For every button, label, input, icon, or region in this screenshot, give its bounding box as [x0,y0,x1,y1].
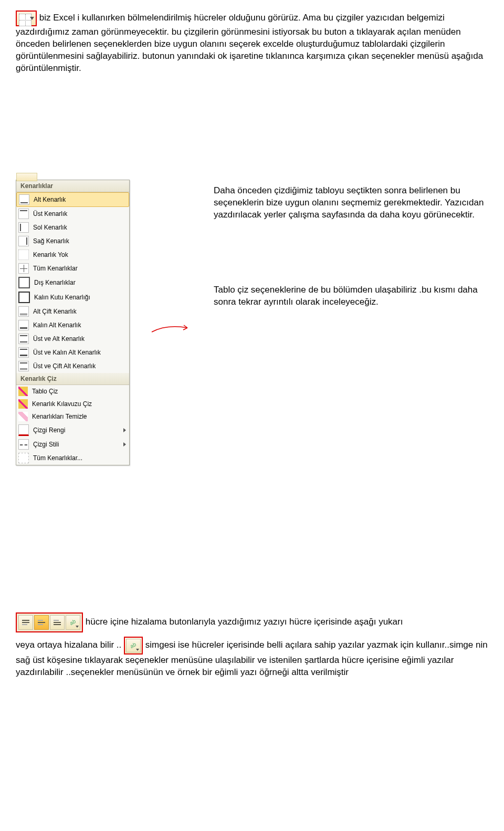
menu-section-borders: Kenarlıklar [16,180,129,192]
submenu-arrow-icon [123,428,126,432]
top-bottom-border-icon [18,334,29,344]
pencil-grid-icon [18,399,28,409]
menu-item-no-border[interactable]: Kenarlık Yok [16,248,129,262]
align-paragraph-line1: ab hücre içine hizalama butonlarıyla yaz… [16,612,488,632]
menu-label: Dış Kenarlıklar [34,279,76,286]
side-text-2: Tablo çiz seçeneklerine de bu bölümden u… [214,284,488,308]
right-border-icon [18,236,29,246]
menu-label: Kalın Alt Kenarlık [33,321,81,329]
thick-bottom-border-icon [18,320,29,330]
menu-label: Sağ Kenarlık [33,237,69,245]
eraser-icon [18,412,28,421]
menu-label: Kenarlıkları Temizle [32,413,87,420]
top-thick-bottom-border-icon [18,347,29,358]
align-text-1: hücre içine hizalama butonlarıyla yazdığ… [86,617,403,627]
submenu-arrow-icon [123,442,126,446]
orientation-icon-inline: ab [124,637,143,655]
red-annotation-arrow-icon [151,321,193,337]
menu-label: Üst ve Çift Alt Kenarlık [33,362,96,370]
menu-label: Tüm Kenarlıklar [33,265,78,272]
side-text-1: Daha önceden çizdiğimiz tabloyu seçtikte… [214,185,488,221]
menu-item-top-thick-bottom-border[interactable]: Üst ve Kalın Alt Kenarlık [16,346,129,359]
align-middle-button[interactable] [34,615,49,630]
align-text-2a: veya ortaya hizalana bilir .. [16,640,121,650]
align-bottom-icon [54,620,61,625]
vertical-align-toolbar: ab [16,612,83,632]
borders-dropdown-menu: Kenarlıklar Alt Kenarlık Üst Kenarlık So… [16,180,130,465]
menu-item-right-border[interactable]: Sağ Kenarlık [16,234,129,248]
top-double-bottom-border-icon [18,361,29,371]
line-style-icon [18,439,29,450]
menu-label: Üst ve Kalın Alt Kenarlık [33,349,101,356]
menu-item-top-border[interactable]: Üst Kenarlık [16,207,129,221]
menu-item-erase-border[interactable]: Kenarlıkları Temizle [16,410,129,423]
align-top-button[interactable] [18,615,33,630]
menu-label: Üst Kenarlık [33,210,67,217]
menu-label: Çizgi Stili [33,441,59,448]
borders-menu-figure: Kenarlıklar Alt Kenarlık Üst Kenarlık So… [16,180,488,465]
menu-item-bottom-double-border[interactable]: Alt Çift Kenarlık [16,305,129,318]
menu-item-draw-table[interactable]: Tablo Çiz [16,385,129,398]
align-middle-icon [38,620,45,625]
menu-label: Tablo Çiz [32,388,58,395]
menu-item-thick-box-border[interactable]: Kalın Kutu Kenarlığı [16,290,129,305]
line-color-icon [18,424,29,436]
all-borders-icon [18,263,29,274]
no-border-icon [18,250,29,260]
menu-label: Alt Çift Kenarlık [33,308,77,315]
align-bottom-button[interactable] [50,615,65,630]
menu-item-top-bottom-border[interactable]: Üst ve Alt Kenarlık [16,332,129,346]
menu-label: Kenarlık Kılavuzu Çiz [32,400,92,408]
menu-item-line-style[interactable]: Çizgi Stili [16,438,129,451]
menu-item-thick-bottom-border[interactable]: Kalın Alt Kenarlık [16,318,129,332]
alignment-section: ab hücre içine hizalama butonlarıyla yaz… [16,612,488,679]
thick-box-border-icon [18,292,30,303]
menu-item-draw-border-grid[interactable]: Kenarlık Kılavuzu Çiz [16,398,129,410]
menu-label: Sol Kenarlık [33,224,67,231]
menu-label: Alt Kenarlık [34,196,66,203]
align-paragraph-line2: veya ortaya hizalana bilir .. ab simgesi… [16,637,488,679]
menu-label: Tüm Kenarlıklar... [33,454,82,462]
pencil-icon [18,387,28,396]
top-border-icon [18,209,29,219]
bottom-double-border-icon [18,306,29,317]
outside-borders-icon [18,277,30,288]
menu-label: Kalın Kutu Kenarlığı [34,294,90,301]
bottom-border-icon [19,194,29,205]
menu-item-top-double-bottom-border[interactable]: Üst ve Çift Alt Kenarlık [16,359,129,373]
align-top-icon [22,620,29,625]
menu-item-all-borders[interactable]: Tüm Kenarlıklar [16,262,129,275]
menu-label: Çizgi Rengi [33,427,65,434]
menu-label: Üst ve Alt Kenarlık [33,335,85,342]
menu-item-outside-borders[interactable]: Dış Kenarlıklar [16,275,129,290]
borders-button-icon [16,11,37,26]
left-border-icon [18,222,29,233]
more-borders-icon [18,453,29,463]
dropdown-button-top [16,173,37,181]
menu-item-left-border[interactable]: Sol Kenarlık [16,221,129,234]
menu-label: Kenarlık Yok [33,251,68,258]
menu-item-more-borders[interactable]: Tüm Kenarlıklar... [16,451,129,465]
side-explanations: Daha önceden çizdiğimiz tabloyu seçtikte… [214,180,488,313]
menu-section-draw-border: Kenarlık Çiz [16,373,129,385]
menu-item-bottom-border[interactable]: Alt Kenarlık [16,192,129,207]
intro-text: biz Excel i kullanırken bölmelendirilmiş… [16,13,483,72]
menu-item-line-color[interactable]: Çizgi Rengi [16,423,129,438]
intro-paragraph: biz Excel i kullanırken bölmelendirilmiş… [16,11,488,75]
orientation-button[interactable]: ab [66,615,80,630]
